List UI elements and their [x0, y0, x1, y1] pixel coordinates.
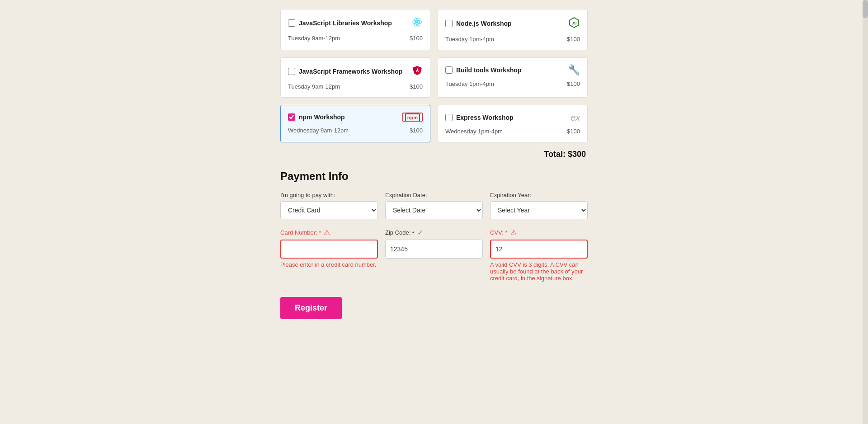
- workshop-name-build-tools: Build tools Workshop: [456, 66, 521, 74]
- expiration-date-label: Expiration Date:: [385, 192, 483, 198]
- cvv-input[interactable]: [490, 240, 588, 259]
- workshop-header-left-build-tools: Build tools Workshop: [445, 66, 521, 74]
- workshop-time-nodejs: Tuesday 1pm-4pm: [445, 36, 494, 42]
- cvv-error-message: A valid CVV is 3 digits. A CVV can usual…: [490, 261, 588, 282]
- workshop-footer-npm: Wednesday 9am-12pm $100: [288, 127, 423, 134]
- page-container: JavaScript Libraries Workshop Tuesday 9a…: [280, 9, 588, 406]
- register-button-label: Register: [295, 303, 327, 312]
- pay-with-select[interactable]: Credit Card PayPal Bitcoin: [280, 201, 378, 219]
- workshop-header-build-tools: Build tools Workshop 🔧: [445, 65, 580, 75]
- card-number-error-icon: ⚠: [324, 228, 330, 237]
- zip-required: •: [412, 229, 415, 236]
- workshop-header-left-js-frameworks: JavaScript Frameworks Workshop: [288, 68, 402, 75]
- workshop-name-js-libraries: JavaScript Libraries Workshop: [299, 19, 392, 27]
- payment-row-1: I'm going to pay with: Credit Card PayPa…: [280, 192, 588, 219]
- expiration-date-select[interactable]: Select Date 01 02 03: [385, 201, 483, 219]
- pay-with-label: I'm going to pay with:: [280, 192, 378, 198]
- workshop-footer-nodejs: Tuesday 1pm-4pm $100: [445, 36, 580, 42]
- workshop-name-nodejs: Node.js Workshop: [456, 20, 512, 27]
- workshop-card-nodejs: Node.js Workshop JS Tuesday 1pm-4pm $100: [438, 9, 588, 50]
- workshop-header-npm: npm Workshop npm: [288, 113, 423, 122]
- workshop-card-build-tools: Build tools Workshop 🔧 Tuesday 1pm-4pm $…: [438, 57, 588, 98]
- zip-code-label: Zip Code: •: [385, 229, 415, 236]
- workshop-footer-js-libraries: Tuesday 9am-12pm $100: [288, 35, 423, 42]
- expiration-year-field: Expiration Year: Select Year 2024 2025 2…: [490, 192, 588, 219]
- workshop-price-express: $100: [567, 128, 580, 135]
- cvv-error-icon: ⚠: [510, 228, 517, 237]
- workshop-icon-js-libraries: [412, 17, 423, 29]
- workshop-footer-build-tools: Tuesday 1pm-4pm $100: [445, 80, 580, 87]
- workshop-checkbox-js-libraries[interactable]: [288, 19, 295, 27]
- workshop-checkbox-nodejs[interactable]: [445, 20, 453, 27]
- card-number-error-message: Please enter in a credit card number.: [280, 261, 378, 268]
- workshop-time-build-tools: Tuesday 1pm-4pm: [445, 80, 494, 87]
- workshop-price-build-tools: $100: [567, 80, 580, 87]
- workshop-header-left-js-libraries: JavaScript Libraries Workshop: [288, 19, 392, 27]
- workshop-icon-build-tools: 🔧: [568, 65, 580, 75]
- card-number-label-row: Card Number: * ⚠: [280, 228, 378, 237]
- workshop-price-nodejs: $100: [567, 36, 580, 42]
- workshop-card-js-libraries: JavaScript Libraries Workshop Tuesday 9a…: [280, 9, 430, 50]
- expiration-date-field: Expiration Date: Select Date 01 02 03: [385, 192, 483, 219]
- workshop-icon-express: ex: [571, 113, 580, 122]
- workshop-header-js-frameworks: JavaScript Frameworks Workshop: [288, 65, 423, 78]
- register-button[interactable]: Register: [280, 297, 342, 319]
- expiration-year-select[interactable]: Select Year 2024 2025 2026: [490, 201, 588, 219]
- workshop-price-js-frameworks: $100: [410, 83, 423, 90]
- workshop-name-express: Express Workshop: [456, 114, 514, 121]
- workshop-price-js-libraries: $100: [410, 35, 423, 42]
- workshop-time-js-libraries: Tuesday 9am-12pm: [288, 35, 340, 42]
- workshops-grid: JavaScript Libraries Workshop Tuesday 9a…: [280, 9, 588, 142]
- workshop-header-left-express: Express Workshop: [445, 114, 514, 121]
- workshop-card-js-frameworks: JavaScript Frameworks Workshop Tuesday 9…: [280, 57, 430, 98]
- workshop-icon-js-frameworks: [412, 65, 423, 78]
- payment-title: Payment Info: [280, 170, 588, 183]
- zip-code-group: Zip Code: • ✓: [385, 228, 483, 259]
- svg-point-0: [416, 21, 419, 24]
- payment-section: Payment Info I'm going to pay with: Cred…: [280, 170, 588, 319]
- card-number-label: Card Number: *: [280, 229, 321, 236]
- workshop-card-npm: npm Workshop npm Wednesday 9am-12pm $100: [280, 105, 430, 142]
- cvv-label: CVV: *: [490, 229, 508, 236]
- workshop-header-nodejs: Node.js Workshop JS: [445, 17, 580, 30]
- total-display: Total: $300: [280, 150, 588, 159]
- total-amount: Total: $300: [544, 150, 586, 159]
- workshop-card-express: Express Workshop ex Wednesday 1pm-4pm $1…: [438, 105, 588, 142]
- card-number-required: *: [319, 229, 321, 236]
- cvv-group: CVV: * ⚠ A valid CVV is 3 digits. A CVV …: [490, 228, 588, 282]
- zip-code-label-row: Zip Code: • ✓: [385, 228, 483, 237]
- workshop-time-npm: Wednesday 9am-12pm: [288, 127, 349, 134]
- zip-code-input[interactable]: [385, 240, 483, 259]
- cvv-label-row: CVV: * ⚠: [490, 228, 588, 237]
- workshop-header-express: Express Workshop ex: [445, 113, 580, 122]
- workshop-name-npm: npm Workshop: [299, 113, 345, 121]
- workshop-footer-js-frameworks: Tuesday 9am-12pm $100: [288, 83, 423, 90]
- scrollbar-thumb[interactable]: [863, 0, 868, 18]
- scrollbar[interactable]: [863, 0, 868, 424]
- workshop-icon-npm: npm: [402, 113, 423, 122]
- workshop-price-npm: $100: [410, 127, 423, 134]
- workshop-header-left-nodejs: Node.js Workshop: [445, 20, 512, 27]
- zip-code-success-icon: ✓: [417, 228, 423, 237]
- payment-row-2: Card Number: * ⚠ Please enter in a credi…: [280, 228, 588, 282]
- workshop-footer-express: Wednesday 1pm-4pm $100: [445, 128, 580, 135]
- workshop-checkbox-npm[interactable]: [288, 113, 295, 121]
- svg-text:JS: JS: [571, 21, 576, 25]
- workshop-header-left-npm: npm Workshop: [288, 113, 345, 121]
- workshop-header-js-libraries: JavaScript Libraries Workshop: [288, 17, 423, 29]
- card-number-input[interactable]: [280, 240, 378, 259]
- workshop-checkbox-express[interactable]: [445, 114, 453, 121]
- workshop-time-js-frameworks: Tuesday 9am-12pm: [288, 83, 340, 90]
- expiration-year-label: Expiration Year:: [490, 192, 588, 198]
- workshop-icon-nodejs: JS: [568, 17, 580, 30]
- workshop-checkbox-build-tools[interactable]: [445, 66, 453, 74]
- cvv-required: *: [505, 229, 507, 236]
- workshop-time-express: Wednesday 1pm-4pm: [445, 128, 503, 135]
- pay-with-field: I'm going to pay with: Credit Card PayPa…: [280, 192, 378, 219]
- workshop-checkbox-js-frameworks[interactable]: [288, 68, 295, 75]
- card-number-group: Card Number: * ⚠ Please enter in a credi…: [280, 228, 378, 268]
- workshop-name-js-frameworks: JavaScript Frameworks Workshop: [299, 68, 402, 75]
